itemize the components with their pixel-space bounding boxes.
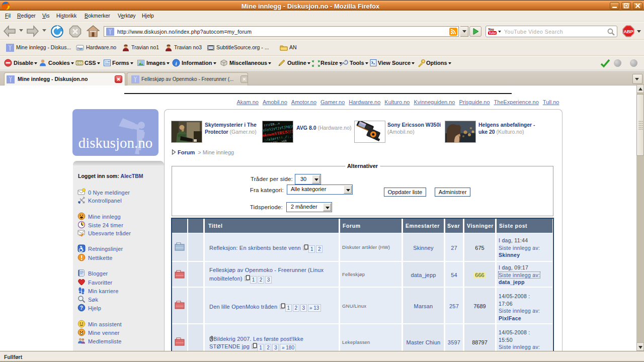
svg-text:ABP: ABP [623,29,633,34]
svg-text:?: ? [80,305,83,311]
svg-text:CSS: CSS [76,61,83,65]
svg-text:hw: hw [77,46,83,51]
